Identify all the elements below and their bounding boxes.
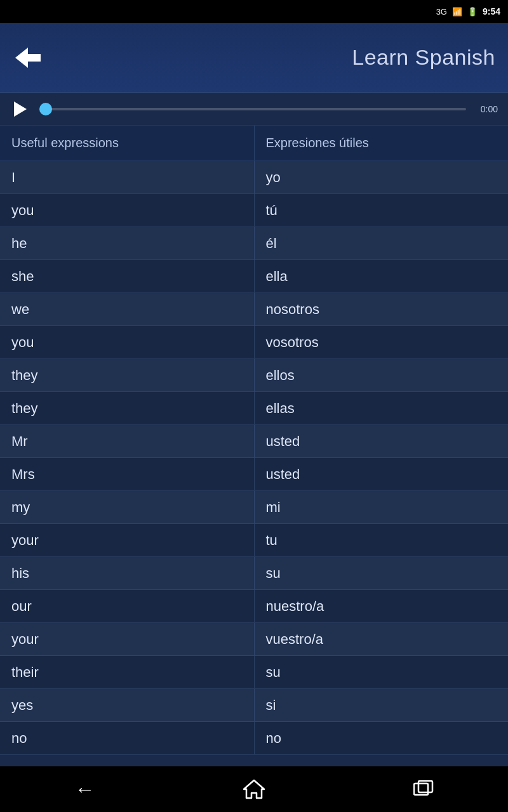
nav-back-icon: ← [74,778,95,801]
cell-english: his [0,557,254,589]
cell-spanish: no [254,722,509,754]
cell-english: they [0,392,254,424]
cell-english: we [0,293,254,325]
time-label: 0:00 [475,104,498,114]
nav-home-button[interactable] [229,773,279,805]
signal-bars-icon: 📶 [452,7,462,16]
nav-bar: ← [0,766,508,812]
nav-recent-button[interactable] [398,773,449,805]
cell-spanish: usted [254,425,509,457]
audio-player: 0:00 [0,93,508,126]
cell-spanish: ellas [254,392,509,424]
nav-recent-icon [413,780,434,798]
status-bar: 3G 📶 🔋 9:54 [0,0,508,23]
header: Learn Spanish [0,23,508,93]
cell-spanish: si [254,689,509,721]
cell-spanish: usted [254,458,509,490]
table-row[interactable]: sheella [0,260,508,293]
table-row[interactable]: heél [0,227,508,260]
progress-bar[interactable] [39,108,466,110]
cell-spanish: ellos [254,359,509,391]
cell-english: Mrs [0,458,254,490]
cell-spanish: su [254,656,509,688]
cell-english: our [0,590,254,622]
cell-spanish: él [254,227,509,259]
cell-english: Mr [0,425,254,457]
cell-english: my [0,491,254,523]
cell-spanish: ella [254,260,509,292]
cell-spanish: nuestro/a [254,590,509,622]
cell-english: your [0,524,254,556]
table-row[interactable]: theyellos [0,359,508,392]
cell-spanish: tú [254,194,509,226]
back-button[interactable] [13,43,43,73]
table-row[interactable]: ournuestro/a [0,590,508,623]
table-row[interactable]: hissu [0,557,508,590]
table-row[interactable]: theirsu [0,656,508,689]
cell-spanish: vosotros [254,326,509,358]
cell-english: she [0,260,254,292]
clock: 9:54 [483,6,500,16]
table-row[interactable]: Mrusted [0,425,508,458]
svg-marker-0 [15,48,41,68]
table-row[interactable]: Mrsusted [0,458,508,491]
table-row[interactable]: youvosotros [0,326,508,359]
table-row[interactable]: nono [0,722,508,755]
table-header-row: Useful expressions Expresiones útiles [0,126,508,161]
progress-handle[interactable] [39,103,52,115]
cell-english: he [0,227,254,259]
play-button[interactable] [10,99,30,119]
cell-spanish: yo [254,161,509,193]
table-row[interactable]: Iyo [0,161,508,194]
cell-spanish: vuestro/a [254,623,509,655]
cell-english: you [0,194,254,226]
cell-english: their [0,656,254,688]
signal-icon: 3G [436,7,447,16]
table-row[interactable]: yourtu [0,524,508,557]
cell-spanish: tu [254,524,509,556]
svg-rect-3 [418,781,432,792]
table-row[interactable]: yourvuestro/a [0,623,508,656]
svg-marker-1 [244,780,264,798]
cell-spanish: mi [254,491,509,523]
cell-english: no [0,722,254,754]
nav-back-button[interactable]: ← [59,773,110,805]
battery-icon: 🔋 [467,7,478,16]
table-body: Iyoyoutúheélsheellawenosotrosyouvosotros… [0,161,508,755]
table-row[interactable]: theyellas [0,392,508,425]
cell-english: they [0,359,254,391]
nav-home-icon [243,779,265,799]
page-title: Learn Spanish [43,45,495,70]
table-row[interactable]: mymi [0,491,508,524]
vocabulary-table: Useful expressions Expresiones útiles Iy… [0,126,508,766]
table-row[interactable]: youtú [0,194,508,227]
cell-english: I [0,161,254,193]
back-arrow-icon [15,48,41,68]
play-icon [14,102,27,117]
cell-english: yes [0,689,254,721]
cell-spanish: su [254,557,509,589]
table-row[interactable]: wenosotros [0,293,508,326]
cell-english: you [0,326,254,358]
cell-english: your [0,623,254,655]
svg-rect-2 [414,783,428,795]
table-row[interactable]: yessi [0,689,508,722]
column-header-spanish: Expresiones útiles [254,126,509,160]
column-header-english: Useful expressions [0,126,254,160]
cell-spanish: nosotros [254,293,509,325]
